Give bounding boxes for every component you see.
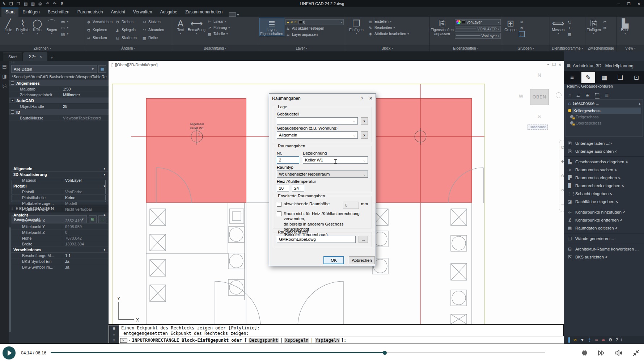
compass-north[interactable]: N xyxy=(538,72,541,78)
panel-label[interactable]: Layer▾ xyxy=(258,45,345,51)
linetype-combo[interactable]: VonLayer ▾ xyxy=(455,33,501,39)
palette-button[interactable]: ⎗ Unterlage laden ...> xyxy=(564,139,644,147)
gebaeudeteil-combo[interactable]: ⌄ xyxy=(277,117,358,125)
property-row[interactable]: BKS-Symbol Ein Ja xyxy=(11,258,108,264)
dialog-titlebar[interactable]: Raumangaben ? ✕ xyxy=(269,94,376,103)
file-tab-start[interactable]: Start xyxy=(3,52,22,61)
property-row[interactable]: Höhe 7670.042 xyxy=(11,235,108,241)
command-input-line[interactable]: >_ ▾ INPUTROOMRECTANGLE Block-Einfügepun… xyxy=(119,337,564,344)
palette-button[interactable]: ▛ Raumumriss eingeben < xyxy=(564,174,644,182)
palette-tab-icon[interactable]: ≡ xyxy=(565,72,579,83)
palette-tab-icon[interactable]: ⎘ xyxy=(3,83,6,89)
footer-icon[interactable]: ⚙ xyxy=(609,337,613,342)
viewport-label[interactable]: [−][Oben][2D-Drahtkörper] xyxy=(111,63,157,67)
storey-item[interactable]: Kellergeschoss xyxy=(566,108,643,114)
modify-tool-button[interactable]: ◭ Spiegeln xyxy=(115,26,141,34)
color-combo[interactable]: VonLayer ▾ xyxy=(455,19,501,25)
panel-label[interactable]: Zeichnen▾ xyxy=(0,45,85,51)
raumtyp-combo[interactable]: W: unbeheizter Nebenraum⌄ xyxy=(277,171,368,178)
clear-gebaeudeteil-button[interactable]: x xyxy=(361,117,368,125)
browse-button[interactable]: ... xyxy=(359,236,368,243)
play-button[interactable] xyxy=(3,346,16,359)
storey-item[interactable]: Erdgeschoss xyxy=(566,114,643,120)
palette-button[interactable]: ▤ Raumdaten editieren < xyxy=(564,224,644,232)
measure-button[interactable]: ⟺ Messen▾ xyxy=(551,18,565,35)
close-icon[interactable]: ✕ xyxy=(39,55,42,59)
palette-button[interactable]: ⊻ Konturpunkte entfernen < xyxy=(564,216,644,224)
layer-match-button[interactable]: ≌ Layer anpassen xyxy=(285,32,344,37)
palette-button[interactable]: ⊟ Architektur-Räume konvertieren ... xyxy=(564,245,644,253)
footer-icon[interactable]: ≋ xyxy=(573,337,577,342)
footer-icon[interactable]: ? xyxy=(615,337,618,342)
property-row[interactable]: Plotstil VonFarbe xyxy=(11,189,108,195)
table-row[interactable]: Maßstab 1:50 xyxy=(9,86,109,92)
property-row[interactable]: Mittelpunkt Z 0 xyxy=(11,230,108,235)
footer-icon[interactable]: i xyxy=(621,337,622,342)
clear-bereich-button[interactable]: x xyxy=(361,131,368,139)
block-small-button[interactable]: ⊞Erstellen▾ xyxy=(368,19,409,24)
close-icon[interactable]: ✕ xyxy=(369,96,373,101)
panel-label[interactable]: Zwischenablage xyxy=(585,45,617,51)
draw-tool-button[interactable]: ╱ Linie▾ xyxy=(1,18,16,35)
palette-button[interactable]: ▉ Raumrechteck eingeben < xyxy=(564,182,644,190)
annotate-small-button[interactable]: ↗Führung▾ xyxy=(207,25,230,30)
paste-button[interactable]: ⎘ Einfügen▾ xyxy=(586,18,601,35)
view-name-badge[interactable]: Unbenannt xyxy=(528,125,548,130)
palette-button[interactable]: ⌕ Raumumriss suchen < xyxy=(564,166,644,174)
draw-small-button[interactable]: ⬭▾ xyxy=(60,25,68,30)
layer-properties-button[interactable]: ≣ Layer-Eigenschaften xyxy=(259,18,284,36)
property-row[interactable]: BKS-Symbol im... Ja xyxy=(11,264,108,270)
footer-icon[interactable]: ▼ xyxy=(580,337,585,342)
command-option[interactable]: Yspiegeln xyxy=(315,338,340,343)
table-group-header[interactable]: −ID xyxy=(9,109,109,115)
properties-group-header[interactable]: Ansicht▾ xyxy=(11,212,108,218)
properties-group-header[interactable]: Plotstil▾ xyxy=(11,183,108,189)
modify-tool-button[interactable]: ↻ Drehen xyxy=(115,18,141,26)
volume-icon[interactable] xyxy=(614,349,624,357)
restore-icon[interactable]: ❐ xyxy=(552,63,556,67)
cancel-button[interactable]: Abbrechen xyxy=(349,256,375,264)
maximize-icon[interactable]: ❐ xyxy=(624,0,634,7)
group-button[interactable]: ⊞ Gruppe xyxy=(503,18,518,32)
draw-small-button[interactable]: ▭▾ xyxy=(60,19,68,24)
annotate-small-button[interactable]: ▦Tabelle▾ xyxy=(207,31,230,37)
ok-button[interactable]: OK xyxy=(323,256,344,264)
progress-bar[interactable] xyxy=(51,352,545,353)
table-view-icon[interactable]: ▦ xyxy=(98,65,106,73)
property-row[interactable]: Plotstiltabelle Keine xyxy=(11,195,108,201)
block-insert-button[interactable]: ❒ Einfügen▾ xyxy=(346,18,367,35)
footer-icon[interactable]: ≂ xyxy=(595,337,598,342)
heiztemperatur-input[interactable]: 10 xyxy=(277,185,289,192)
table-group-header[interactable]: −Allgemeines xyxy=(9,80,109,86)
draw-small-button[interactable]: ▨▾ xyxy=(60,31,68,37)
more-icon[interactable]: ⋯ xyxy=(561,203,564,207)
panel-label[interactable]: View▾ xyxy=(617,45,644,51)
panel-label[interactable]: Beschriftung▾ xyxy=(172,45,258,51)
panel-label[interactable]: Gruppen▾ xyxy=(502,45,550,51)
table-group-header[interactable]: −AutoCAD xyxy=(9,98,109,104)
command-prompt-icon[interactable]: >_ xyxy=(120,338,127,343)
palette-tab-icon[interactable]: ▤ xyxy=(2,64,7,69)
compass-west[interactable]: W xyxy=(519,93,523,99)
new-tab-button[interactable]: + xyxy=(48,54,55,61)
modify-tool-button[interactable]: ✂ Stutzen xyxy=(142,18,169,26)
match-properties-button[interactable]: ⎘ Eigenschaften anpassen xyxy=(431,18,453,36)
zoom-icon[interactable]: ⊙ xyxy=(561,174,564,178)
command-icon[interactable]: ⚒ xyxy=(113,338,115,342)
footer-icon[interactable]: ⊹ xyxy=(588,337,591,342)
command-icon[interactable]: ✕ xyxy=(113,332,115,336)
command-icon[interactable]: ▦ xyxy=(113,326,115,330)
property-row[interactable]: Beschriftungs-M... 1:1 xyxy=(11,253,108,258)
navigation-bar[interactable]: ◎ ✚ ⊙ ↻ ⋯ xyxy=(559,140,564,212)
palette-button[interactable]: ⋮⋮ Schacht eingeben < xyxy=(564,190,644,198)
modify-tool-button[interactable]: ⬄ Strecken xyxy=(86,34,114,42)
block-small-button[interactable]: ✎Bearbeiten▾ xyxy=(368,25,409,30)
panel-label[interactable]: Ändern▾ xyxy=(85,45,172,51)
palette-button[interactable]: ❑ Wände generieren ... xyxy=(564,235,644,243)
property-row[interactable]: Breite 13093.304 xyxy=(11,241,108,247)
pan-icon[interactable]: ✚ xyxy=(561,160,564,164)
properties-group-header[interactable]: Allgemein▾ xyxy=(11,166,108,172)
compass-south[interactable]: S xyxy=(538,114,541,119)
kuehltemperatur-input[interactable]: 24 xyxy=(292,185,304,192)
footer-icon[interactable]: ▐ xyxy=(567,337,570,342)
